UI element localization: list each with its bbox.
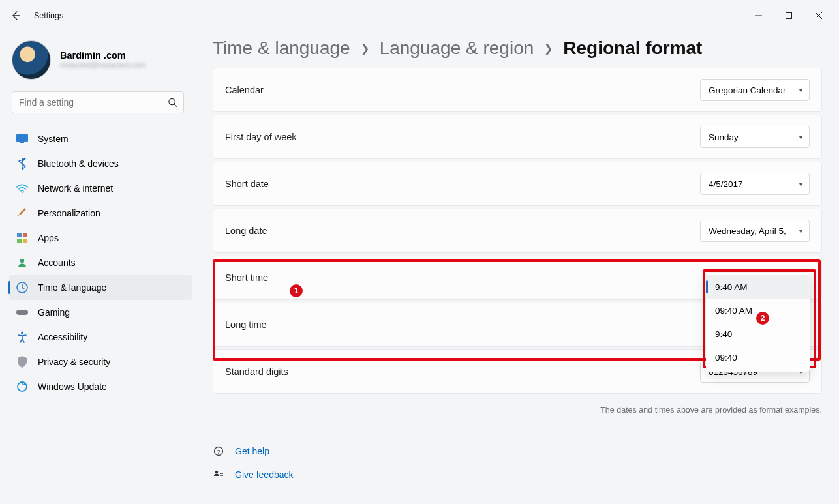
breadcrumb-time-language[interactable]: Time & language bbox=[213, 38, 350, 59]
nav-label: Privacy & security bbox=[38, 357, 110, 367]
window-controls bbox=[744, 5, 834, 26]
row-label: Calendar bbox=[225, 85, 264, 95]
profile-email: redacted@redacted.com bbox=[60, 61, 146, 70]
row-label: Long date bbox=[225, 226, 267, 236]
annotation-badge-1: 1 bbox=[290, 284, 303, 297]
sidebar-item-time-language[interactable]: Time & language bbox=[9, 275, 192, 300]
sidebar-item-privacy[interactable]: Privacy & security bbox=[9, 349, 192, 374]
svg-point-1 bbox=[169, 98, 175, 104]
nav-label: System bbox=[38, 134, 69, 144]
short-time-option[interactable]: 9:40 bbox=[706, 322, 810, 346]
svg-point-12 bbox=[21, 332, 23, 334]
nav-label: Personalization bbox=[38, 208, 100, 218]
get-help-row: ? Get help bbox=[213, 439, 822, 463]
calendar-dropdown[interactable]: Gregorian Calendar ▾ bbox=[700, 79, 810, 101]
row-label: Long time bbox=[225, 319, 267, 330]
search-input[interactable] bbox=[12, 91, 184, 113]
sidebar-item-accounts[interactable]: Accounts bbox=[9, 250, 192, 275]
chevron-down-icon: ▾ bbox=[799, 228, 802, 235]
nav-label: Time & language bbox=[38, 282, 106, 293]
chevron-down-icon: ▾ bbox=[799, 134, 802, 141]
annotation-badge-2: 2 bbox=[756, 312, 769, 325]
update-icon bbox=[16, 380, 29, 393]
sidebar-item-network[interactable]: Network & internet bbox=[9, 176, 192, 201]
accessibility-icon bbox=[16, 331, 29, 344]
sidebar-item-apps[interactable]: Apps bbox=[9, 226, 192, 250]
svg-point-4 bbox=[22, 192, 23, 193]
dropdown-value: Gregorian Calendar bbox=[709, 85, 786, 95]
first-day-dropdown[interactable]: Sunday ▾ bbox=[700, 126, 810, 148]
dropdown-value: 4/5/2017 bbox=[709, 179, 743, 189]
profile-name: Bardimin .com bbox=[60, 50, 146, 61]
chevron-down-icon: ▾ bbox=[799, 87, 802, 94]
minimize-button[interactable] bbox=[744, 5, 774, 26]
close-button[interactable] bbox=[804, 5, 834, 26]
breadcrumb-language-region[interactable]: Language & region bbox=[380, 38, 534, 59]
svg-point-9 bbox=[20, 259, 24, 263]
format-note: The dates and times above are provided a… bbox=[213, 406, 822, 415]
sidebar-item-bluetooth[interactable]: Bluetooth & devices bbox=[9, 151, 192, 176]
avatar bbox=[12, 40, 51, 80]
help-icon: ? bbox=[213, 445, 224, 457]
svg-text:?: ? bbox=[217, 449, 220, 455]
svg-rect-2 bbox=[16, 134, 28, 142]
feedback-icon bbox=[213, 469, 224, 481]
svg-rect-3 bbox=[20, 142, 24, 143]
nav-label: Bluetooth & devices bbox=[38, 158, 119, 169]
short-time-option[interactable]: 9:40 AM bbox=[706, 275, 810, 299]
search-icon bbox=[168, 98, 177, 108]
maximize-button[interactable] bbox=[774, 5, 804, 26]
dropdown-value: Sunday bbox=[709, 132, 739, 142]
row-first-day: First day of week Sunday ▾ bbox=[213, 115, 822, 159]
sidebar-item-windows-update[interactable]: Windows Update bbox=[9, 374, 192, 399]
apps-icon bbox=[16, 231, 29, 245]
get-help-link[interactable]: Get help bbox=[235, 446, 269, 456]
dropdown-value: Wednesday, April 5, bbox=[709, 226, 786, 236]
clock-globe-icon bbox=[16, 281, 29, 294]
row-short-date: Short date 4/5/2017 ▾ bbox=[213, 162, 822, 206]
sidebar-item-gaming[interactable]: Gaming bbox=[9, 300, 192, 325]
row-label: Short time bbox=[225, 273, 268, 283]
sidebar-item-personalization[interactable]: Personalization bbox=[9, 201, 192, 226]
sidebar: Bardimin .com redacted@redacted.com Syst… bbox=[0, 31, 196, 504]
shield-icon bbox=[16, 355, 29, 368]
arrow-left-icon bbox=[10, 10, 21, 21]
nav-label: Network & internet bbox=[38, 183, 113, 194]
sidebar-item-system[interactable]: System bbox=[9, 126, 192, 151]
nav-label: Windows Update bbox=[38, 381, 107, 392]
chevron-down-icon: ▾ bbox=[799, 181, 802, 188]
nav-list: System Bluetooth & devices Network & int… bbox=[0, 123, 196, 399]
svg-rect-7 bbox=[17, 239, 22, 243]
user-profile[interactable]: Bardimin .com redacted@redacted.com bbox=[0, 35, 196, 91]
svg-rect-6 bbox=[23, 233, 27, 237]
row-label: Standard digits bbox=[225, 366, 288, 377]
svg-rect-5 bbox=[17, 233, 22, 237]
nav-label: Gaming bbox=[38, 307, 70, 318]
gamepad-icon bbox=[16, 306, 29, 319]
row-long-date: Long date Wednesday, April 5, ▾ bbox=[213, 209, 822, 253]
svg-point-16 bbox=[215, 471, 219, 474]
search-field[interactable] bbox=[12, 91, 184, 113]
window-title: Settings bbox=[34, 11, 63, 20]
svg-rect-11 bbox=[16, 310, 28, 315]
row-label: First day of week bbox=[225, 132, 297, 142]
titlebar: Settings bbox=[0, 0, 839, 31]
svg-rect-8 bbox=[23, 239, 27, 243]
short-date-dropdown[interactable]: 4/5/2017 ▾ bbox=[700, 173, 810, 195]
short-time-option[interactable]: 09:40 bbox=[706, 346, 810, 369]
give-feedback-link[interactable]: Give feedback bbox=[235, 469, 294, 480]
nav-label: Accounts bbox=[38, 258, 76, 268]
nav-label: Apps bbox=[38, 233, 59, 243]
nav-label: Accessibility bbox=[38, 332, 87, 342]
row-calendar: Calendar Gregorian Calendar ▾ bbox=[213, 68, 822, 112]
long-date-dropdown[interactable]: Wednesday, April 5, ▾ bbox=[700, 220, 810, 242]
svg-rect-0 bbox=[786, 13, 792, 19]
chevron-right-icon: ❯ bbox=[361, 42, 369, 55]
breadcrumb: Time & language ❯ Language & region ❯ Re… bbox=[213, 38, 822, 59]
links: ? Get help Give feedback bbox=[213, 439, 822, 486]
back-button[interactable] bbox=[5, 5, 26, 26]
main-pane: Time & language ❯ Language & region ❯ Re… bbox=[196, 31, 839, 504]
wifi-icon bbox=[16, 182, 29, 195]
row-label: Short date bbox=[225, 179, 269, 189]
sidebar-item-accessibility[interactable]: Accessibility bbox=[9, 325, 192, 349]
